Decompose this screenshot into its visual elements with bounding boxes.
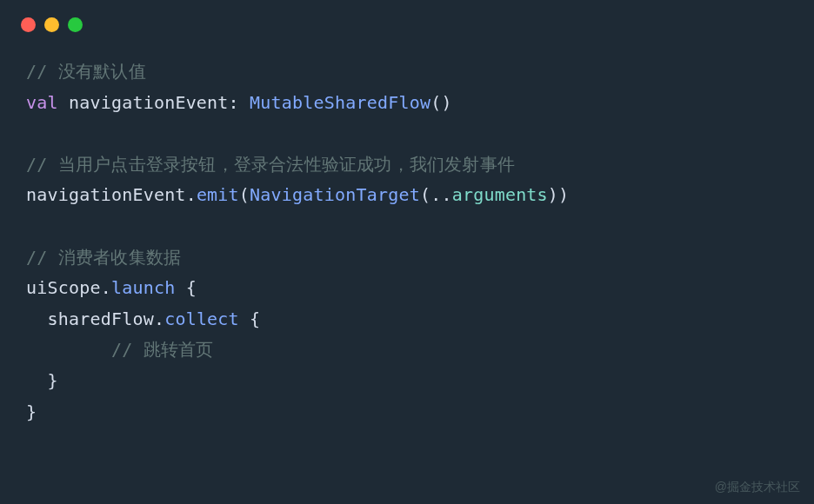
code-member: launch — [111, 277, 175, 298]
maximize-icon[interactable] — [68, 17, 83, 32]
code-punct: { — [175, 277, 196, 298]
code-type: MutableSharedFlow — [250, 92, 430, 113]
code-punct: } — [26, 401, 37, 422]
code-comment: // 没有默认值 — [26, 61, 146, 82]
code-punct: } — [26, 370, 58, 391]
code-member: emit — [197, 184, 239, 205]
code-punct: )) — [548, 184, 569, 205]
code-indent — [26, 308, 47, 329]
code-punct: ( — [239, 184, 250, 205]
code-property: arguments — [452, 184, 548, 205]
code-keyword: val — [26, 92, 58, 113]
code-identifier: uiScope — [26, 277, 101, 298]
code-indent — [26, 339, 111, 360]
code-identifier: navigationEvent — [58, 92, 229, 113]
code-identifier: sharedFlow — [47, 308, 153, 329]
code-punct: { — [239, 308, 260, 329]
minimize-icon[interactable] — [44, 17, 59, 32]
code-comment: // 当用户点击登录按钮，登录合法性验证成功，我们发射事件 — [26, 154, 515, 175]
code-identifier: navigationEvent — [26, 184, 186, 205]
window-controls — [0, 0, 814, 32]
code-comment: // 跳转首页 — [111, 339, 214, 360]
code-punct: . — [186, 184, 197, 205]
code-punct: . — [154, 308, 164, 329]
code-punct: () — [430, 92, 451, 113]
code-type: NavigationTarget — [250, 184, 420, 205]
code-punct: (.. — [420, 184, 452, 205]
code-punct: : — [229, 92, 250, 113]
code-editor: // 没有默认值 val navigationEvent: MutableSha… — [0, 32, 814, 445]
watermark: @掘金技术社区 — [715, 480, 800, 495]
code-member: collect — [164, 308, 239, 329]
close-icon[interactable] — [21, 17, 36, 32]
code-punct: . — [101, 277, 111, 298]
code-comment: // 消费者收集数据 — [26, 247, 181, 268]
